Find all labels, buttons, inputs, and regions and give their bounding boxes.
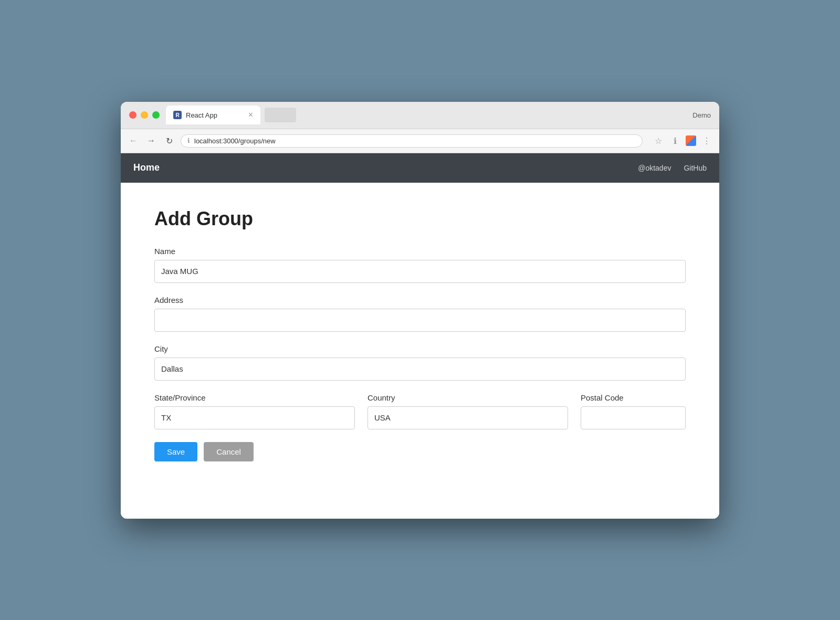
- location-row: State/Province Country Postal Code: [154, 393, 686, 429]
- postal-label: Postal Code: [581, 393, 686, 402]
- name-input[interactable]: [154, 260, 686, 283]
- browser-window: R React App × Demo ← → ↻ ℹ localhost:300…: [121, 102, 719, 519]
- url-text: localhost:3000/groups/new: [194, 137, 636, 145]
- name-field-group: Name: [154, 247, 686, 283]
- app-navbar: Home @oktadev GitHub: [121, 153, 719, 183]
- new-tab-area: [265, 108, 296, 122]
- home-link[interactable]: Home: [133, 162, 160, 173]
- oktadev-link[interactable]: @oktadev: [638, 164, 671, 172]
- state-input[interactable]: [154, 406, 355, 429]
- country-field-group: Country: [368, 393, 568, 429]
- browser-tab[interactable]: R React App ×: [166, 106, 260, 124]
- city-input[interactable]: [154, 358, 686, 381]
- postal-input[interactable]: [581, 406, 686, 429]
- forward-button[interactable]: →: [145, 134, 158, 147]
- github-link[interactable]: GitHub: [684, 164, 707, 172]
- cancel-button[interactable]: Cancel: [204, 442, 254, 461]
- address-label: Address: [154, 296, 686, 304]
- country-input[interactable]: [368, 406, 568, 429]
- bookmark-icon[interactable]: ☆: [652, 134, 665, 147]
- traffic-lights: [129, 111, 160, 119]
- url-bar[interactable]: ℹ localhost:3000/groups/new: [181, 134, 643, 148]
- tab-title: React App: [186, 111, 217, 119]
- address-bar: ← → ↻ ℹ localhost:3000/groups/new ☆ ℹ ⋮: [121, 129, 719, 153]
- demo-label: Demo: [692, 111, 711, 119]
- app-nav-links: @oktadev GitHub: [638, 164, 707, 172]
- city-field-group: City: [154, 344, 686, 381]
- secure-icon: ℹ: [187, 137, 190, 144]
- save-button[interactable]: Save: [154, 442, 197, 461]
- maximize-button[interactable]: [152, 111, 160, 119]
- menu-icon[interactable]: ⋮: [700, 134, 713, 147]
- tab-close-button[interactable]: ×: [248, 111, 253, 119]
- address-input[interactable]: [154, 309, 686, 332]
- tab-favicon: R: [173, 111, 182, 119]
- app-content: Add Group Name Address City State/Provin…: [121, 183, 719, 519]
- city-label: City: [154, 344, 686, 353]
- extension-icon[interactable]: [686, 135, 696, 146]
- page-title: Add Group: [154, 208, 686, 230]
- state-label: State/Province: [154, 393, 355, 402]
- back-button[interactable]: ←: [127, 134, 140, 147]
- address-field-group: Address: [154, 296, 686, 332]
- reload-button[interactable]: ↻: [163, 134, 175, 147]
- country-label: Country: [368, 393, 568, 402]
- close-button[interactable]: [129, 111, 136, 119]
- button-row: Save Cancel: [154, 442, 686, 461]
- state-field-group: State/Province: [154, 393, 355, 429]
- url-actions: ☆ ℹ ⋮: [652, 134, 713, 147]
- minimize-button[interactable]: [141, 111, 148, 119]
- title-bar: R React App × Demo: [121, 102, 719, 129]
- name-label: Name: [154, 247, 686, 256]
- postal-field-group: Postal Code: [581, 393, 686, 429]
- info-icon[interactable]: ℹ: [669, 134, 681, 147]
